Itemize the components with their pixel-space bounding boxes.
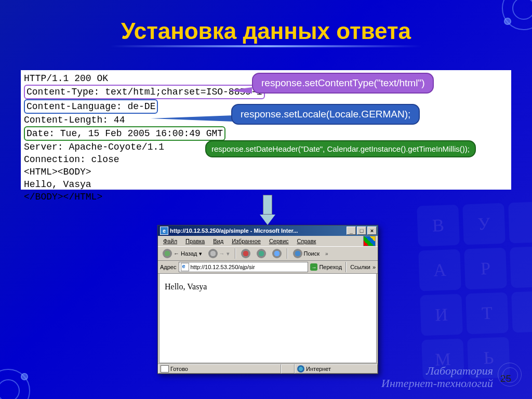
home-button[interactable] (270, 248, 284, 259)
stop-icon (241, 249, 250, 258)
window-titlebar[interactable]: e http://10.12.53.250/ajp/simple - Micro… (158, 225, 378, 236)
slide-title: Установка данных ответа (0, 18, 532, 47)
document-icon (161, 365, 169, 373)
page-icon (181, 263, 189, 271)
bg-key: В (417, 205, 460, 247)
go-button[interactable]: →Переход (310, 263, 342, 271)
callout-pointer-purple (229, 87, 252, 94)
menu-edit[interactable]: Правка (182, 237, 208, 245)
minimize-button[interactable]: _ (347, 227, 356, 235)
arrow-down-icon (260, 195, 275, 223)
windows-logo-icon (363, 236, 376, 246)
menu-favorites[interactable]: Избранное (229, 237, 264, 245)
highlight-content-language: Content-Language: de-DE (24, 99, 158, 114)
internet-zone-icon (297, 365, 304, 373)
address-label: Адрес (160, 264, 177, 270)
bg-key: Р (464, 248, 507, 290)
window-title: http://10.12.53.250/ajp/simple - Microso… (170, 228, 345, 234)
footer-line1: Лаборатория (381, 365, 493, 377)
footer-line2: Интернет-технологий (381, 377, 493, 390)
links-button[interactable]: Ссылки (350, 264, 370, 270)
bg-key: И (420, 294, 463, 336)
callout-pointer-blue (151, 115, 234, 122)
bg-key: У (462, 203, 506, 245)
address-bar: Адрес http://10.12.53.250/ajp/sir →Перех… (158, 261, 378, 274)
bg-key: Т (466, 292, 509, 335)
code-line: <HTML><BODY> (24, 166, 508, 178)
title-underline (110, 45, 422, 47)
browser-window: e http://10.12.53.250/ajp/simple - Micro… (157, 225, 378, 374)
highlight-date: Date: Tue, 15 Feb 2005 16:00:49 GMT (24, 126, 225, 141)
footer-logo-icon (498, 363, 522, 387)
forward-button[interactable]: → ▾ (206, 248, 232, 259)
menu-help[interactable]: Справк (294, 237, 320, 245)
toolbar: ← Назад ▾ → ▾ Поиск » (158, 246, 378, 261)
ie-app-icon: e (160, 227, 168, 235)
home-icon (272, 249, 282, 258)
status-zone: Интернет (295, 364, 378, 374)
close-button[interactable]: × (367, 227, 377, 235)
status-spacer (281, 364, 295, 374)
browser-content: Hello, Vasya (159, 273, 377, 363)
slide-title-text: Установка данных ответа (121, 18, 411, 44)
menu-file[interactable]: Файл (160, 237, 180, 245)
bg-key: А (418, 249, 461, 291)
address-value: http://10.12.53.250/ajp/sir (191, 264, 255, 270)
menu-bar: Файл Правка Вид Избранное Сервис Справк (158, 236, 378, 246)
toolbar-overflow[interactable]: » (323, 251, 330, 257)
page-body-text: Hello, Vasya (165, 282, 207, 291)
footer-branding: Лаборатория Интернет-технологий (381, 365, 493, 390)
bg-key (510, 246, 532, 288)
background-keyboard: В У А Р И Т М Ь (417, 202, 532, 381)
callout-set-content-type: response.setContentType("text/html") (252, 73, 434, 94)
stop-button[interactable] (238, 248, 253, 259)
callout-set-locale: response.setLocale(Locale.GERMAN); (231, 104, 420, 125)
refresh-icon (257, 249, 266, 258)
back-button[interactable]: ← Назад ▾ (160, 248, 205, 259)
links-overflow[interactable]: » (373, 264, 376, 270)
menu-view[interactable]: Вид (210, 237, 227, 245)
search-icon (293, 249, 302, 258)
go-icon: → (310, 263, 317, 271)
back-icon (163, 249, 172, 258)
address-input[interactable]: http://10.12.53.250/ajp/sir (179, 262, 309, 272)
bg-key (511, 291, 532, 333)
bg-key (508, 202, 532, 244)
status-ready: Готово (158, 364, 281, 374)
callout-set-date-header: response.setDateHeader("Date", Calendar.… (205, 140, 476, 157)
menu-tools[interactable]: Сервис (266, 237, 292, 245)
maximize-button[interactable]: □ (357, 227, 366, 235)
forward-icon (208, 249, 218, 258)
status-bar: Готово Интернет (158, 364, 378, 374)
refresh-button[interactable] (254, 248, 269, 259)
code-line: Hello, Vasya (24, 178, 508, 191)
search-button[interactable]: Поиск (290, 248, 322, 259)
